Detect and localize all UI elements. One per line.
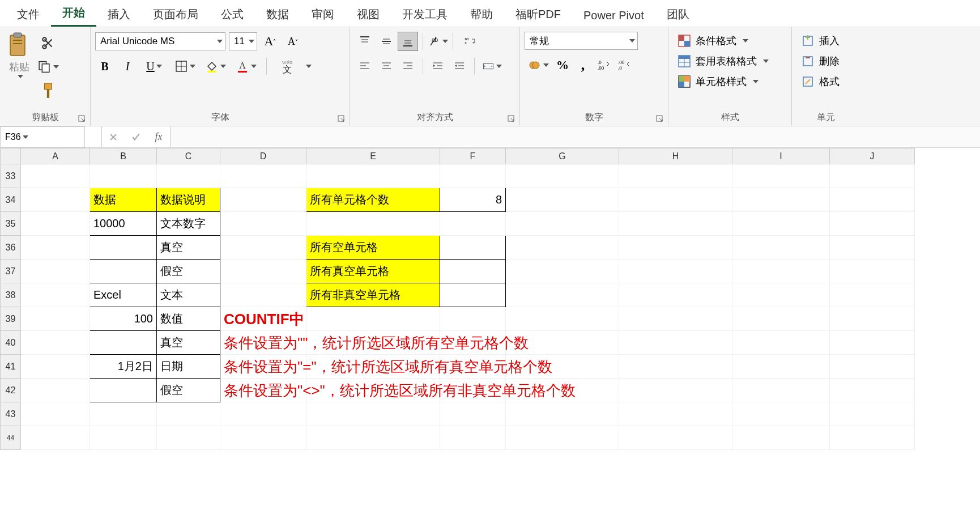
font-dialog-launcher[interactable] [337, 114, 346, 124]
col-header-A[interactable]: A [21, 148, 90, 164]
align-middle-button[interactable] [376, 32, 397, 51]
bold-button[interactable]: B [95, 57, 114, 76]
tab-home[interactable]: 开始 [51, 1, 96, 27]
tab-insert[interactable]: 插入 [96, 2, 142, 27]
cell-styles-button[interactable]: 单元格样式 [673, 73, 773, 91]
tab-foxit-pdf[interactable]: 福昕PDF [504, 2, 572, 27]
cell-B35[interactable]: 10000 [90, 212, 157, 236]
align-right-button[interactable] [398, 57, 418, 76]
cell-D40[interactable]: 条件设置为""，统计所选区域所有空单元格个数 [220, 331, 306, 355]
cell-C37[interactable]: 假空 [157, 260, 220, 283]
row-header-42[interactable]: 42 [1, 379, 21, 402]
col-header-D[interactable]: D [220, 148, 306, 164]
borders-button[interactable] [171, 57, 198, 76]
merge-cells-button[interactable] [479, 57, 504, 76]
spreadsheet-grid[interactable]: A B C D E F G H I J 33 34 数据 数据说明 所有单元格个… [0, 148, 980, 450]
row-header-36[interactable]: 36 [1, 236, 21, 260]
cell-B37[interactable] [90, 260, 157, 283]
col-header-E[interactable]: E [306, 148, 440, 164]
increase-decimal-button[interactable]: .0.00 [594, 56, 613, 75]
tab-power-pivot[interactable]: Power Pivot [572, 5, 655, 27]
delete-cells-button[interactable]: 删除 [796, 52, 844, 70]
percent-button[interactable]: % [553, 56, 572, 75]
cell-C34[interactable]: 数据说明 [157, 188, 220, 212]
phonetic-guide-button[interactable]: wén 文 [274, 57, 301, 76]
row-header-43[interactable]: 43 [1, 402, 21, 426]
cell-C42[interactable]: 假空 [157, 379, 220, 402]
table-format-button[interactable]: 套用表格格式 [673, 52, 773, 70]
decrease-decimal-button[interactable]: .00.0 [614, 56, 633, 75]
cell-E34[interactable]: 所有单元格个数 [306, 188, 440, 212]
insert-function-button[interactable]: fx [147, 126, 170, 147]
name-box[interactable]: F36 [0, 126, 85, 147]
formula-input[interactable] [171, 126, 293, 147]
decrease-indent-button[interactable] [428, 57, 448, 76]
currency-button[interactable] [525, 56, 552, 75]
col-header-G[interactable]: G [506, 148, 619, 164]
cell-D39[interactable]: COUNTIF中 [220, 307, 306, 331]
cell-C41[interactable]: 日期 [157, 355, 220, 379]
cell-C40[interactable]: 真空 [157, 331, 220, 355]
alignment-dialog-launcher[interactable] [507, 114, 516, 124]
tab-data[interactable]: 数据 [255, 2, 300, 27]
col-header-I[interactable]: I [732, 148, 830, 164]
cell-D41[interactable]: 条件设置为"="，统计所选区域所有真空单元格个数 [220, 355, 306, 379]
cut-button[interactable] [37, 33, 59, 53]
cell-C35[interactable]: 文本数字 [157, 212, 220, 236]
row-header-33[interactable]: 33 [1, 164, 21, 188]
font-size-dropdown[interactable]: 11 [229, 32, 257, 50]
row-header-44[interactable]: 44 [1, 426, 21, 450]
col-header-F[interactable]: F [440, 148, 506, 164]
format-cells-button[interactable]: 格式 [796, 73, 844, 91]
tab-developer[interactable]: 开发工具 [391, 2, 459, 27]
number-format-dropdown[interactable]: 常规 [525, 32, 638, 50]
cell-B38[interactable]: Excel [90, 283, 157, 307]
row-header-40[interactable]: 40 [1, 331, 21, 355]
row-header-35[interactable]: 35 [1, 212, 21, 236]
orientation-button[interactable]: ab [428, 32, 448, 51]
row-header-37[interactable]: 37 [1, 260, 21, 283]
cancel-formula-button[interactable] [102, 126, 125, 147]
cell-E38[interactable]: 所有非真空单元格 [306, 283, 440, 307]
fill-color-button[interactable] [202, 57, 229, 76]
tab-page-layout[interactable]: 页面布局 [142, 2, 210, 27]
comma-button[interactable]: , [573, 56, 593, 75]
cell-F36[interactable] [440, 236, 506, 260]
tab-view[interactable]: 视图 [346, 2, 391, 27]
cell-B36[interactable] [90, 236, 157, 260]
increase-indent-button[interactable] [449, 57, 470, 76]
col-header-H[interactable]: H [619, 148, 732, 164]
paste-button[interactable]: 粘贴 [5, 29, 34, 80]
insert-cells-button[interactable]: 插入 [796, 32, 844, 50]
cell-C38[interactable]: 文本 [157, 283, 220, 307]
cell-F34[interactable]: 8 [440, 188, 506, 212]
select-all-corner[interactable] [1, 148, 21, 164]
copy-button[interactable] [37, 57, 59, 77]
row-header-39[interactable]: 39 [1, 307, 21, 331]
col-header-B[interactable]: B [90, 148, 157, 164]
tab-file[interactable]: 文件 [6, 2, 51, 27]
number-dialog-launcher[interactable] [655, 114, 664, 124]
row-header-38[interactable]: 38 [1, 283, 21, 307]
align-left-button[interactable] [355, 57, 375, 76]
cell-B34[interactable]: 数据 [90, 188, 157, 212]
wrap-text-button[interactable]: abc [458, 32, 483, 51]
font-name-dropdown[interactable]: Arial Unicode MS [95, 32, 225, 50]
cell-F38[interactable] [440, 283, 506, 307]
format-painter-button[interactable] [37, 80, 59, 101]
increase-font-button[interactable]: A˄ [261, 32, 280, 51]
align-center-button[interactable] [376, 57, 397, 76]
tab-help[interactable]: 帮助 [459, 2, 504, 27]
row-header-34[interactable]: 34 [1, 188, 21, 212]
align-top-button[interactable] [355, 32, 375, 51]
tab-review[interactable]: 审阅 [300, 2, 346, 27]
cell-E36[interactable]: 所有空单元格 [306, 236, 440, 260]
tab-formulas[interactable]: 公式 [210, 2, 255, 27]
cell-F37[interactable] [440, 260, 506, 283]
cell-B40[interactable] [90, 331, 157, 355]
cell-B39[interactable]: 100 [90, 307, 157, 331]
font-color-button[interactable]: A [232, 57, 259, 76]
italic-button[interactable]: I [118, 57, 137, 76]
decrease-font-button[interactable]: A˅ [283, 32, 302, 51]
cell-B42[interactable] [90, 379, 157, 402]
